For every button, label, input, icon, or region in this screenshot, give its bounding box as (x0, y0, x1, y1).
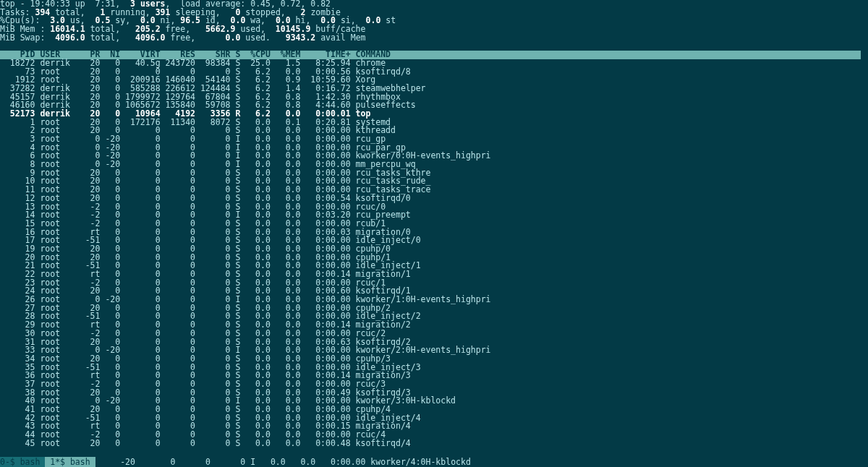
summary-line-swap: MiB Swap: 4096.0 total, 4096.0 free, 0.0… (0, 34, 868, 43)
screen-tab-1[interactable]: 1*$ bash (45, 457, 95, 467)
terminal[interactable]: top - 19:40:33 up 7:31, 3 users, load av… (0, 0, 868, 467)
process-row[interactable]: 45 root 20 0 0 0 0 S 0.0 0.0 0:00.48 kso… (0, 440, 868, 448)
status-bar[interactable]: 0-$ bash 1*$ bash -20 0 0 0 I 0.0 0.0 0:… (0, 458, 471, 467)
process-table: 18272 derrik 20 0 40.5g 243720 98384 S 2… (0, 59, 868, 448)
status-remnant: -20 0 0 0 I 0.0 0.0 0:00.00 kworker/4:0H… (95, 457, 471, 467)
screen-tab-0[interactable]: 0-$ bash (0, 457, 45, 467)
